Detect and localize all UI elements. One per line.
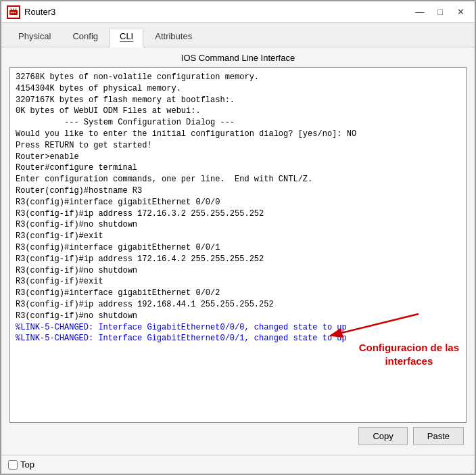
top-label: Top: [20, 459, 34, 470]
terminal-line: R3(config-if)#no shutdown: [16, 219, 460, 231]
title-bar: Router3 — □ ✕: [1, 1, 475, 23]
svg-point-1: [11, 12, 12, 13]
content-area: IOS Command Line Interface 32768K bytes …: [1, 47, 475, 455]
window-title: Router3: [24, 7, 411, 17]
router-icon: [9, 7, 18, 17]
bottom-bar: Top: [1, 455, 475, 474]
top-checkbox-label[interactable]: Top: [8, 459, 34, 470]
window-controls: — □ ✕: [411, 5, 469, 19]
tab-cli[interactable]: CLI: [110, 28, 143, 47]
annotation-text-block: Configuracion de lasinterfaces: [359, 341, 459, 369]
paste-button[interactable]: Paste: [413, 427, 464, 445]
terminal-line: Enter configuration commands, one per li…: [16, 174, 460, 185]
terminal-line: Router>enable: [16, 152, 460, 163]
terminal-line: 3207167K bytes of flash memory at bootfl…: [16, 95, 460, 106]
window-icon: [7, 5, 20, 19]
svg-line-5: [11, 8, 11, 10]
terminal-line: 32768K bytes of non-volatile configurati…: [16, 72, 460, 83]
tab-bar: Physical Config CLI Attributes: [1, 23, 475, 47]
svg-point-2: [13, 12, 14, 13]
terminal-line: R3(config-if)#exit: [16, 231, 460, 242]
terminal-line: R3(config)#interface gigabitEthernet 0/0…: [16, 288, 460, 299]
terminal-line: R3(config-if)#no shutdown: [16, 265, 460, 277]
tab-config[interactable]: Config: [62, 28, 108, 47]
tab-attributes[interactable]: Attributes: [145, 28, 202, 47]
minimize-button[interactable]: —: [411, 5, 429, 19]
terminal-line: 4154304K bytes of physical memory.: [16, 83, 460, 95]
terminal-line: --- System Configuration Dialog ---: [16, 117, 460, 129]
router3-window: Router3 — □ ✕ Physical Config CLI Attrib…: [0, 0, 476, 475]
terminal-line: Router#configure terminal: [16, 162, 460, 174]
terminal-line: R3(config-if)#ip address 172.16.3.2 255.…: [16, 208, 460, 220]
terminal-line: Router(config)#hostname R3: [16, 185, 460, 197]
terminal-line: Would you like to enter the initial conf…: [16, 129, 460, 140]
arrow-container: [310, 307, 459, 341]
maximize-button[interactable]: □: [431, 5, 449, 19]
close-button[interactable]: ✕: [452, 5, 469, 19]
terminal-line: R3(config-if)#ip address 172.16.4.2 255.…: [16, 254, 460, 265]
svg-line-7: [331, 314, 419, 336]
svg-line-6: [16, 8, 16, 10]
terminal-line: R3(config-if)#exit: [16, 276, 460, 288]
annotation-arrow-svg: [310, 307, 459, 341]
section-title: IOS Command Line Interface: [9, 53, 467, 63]
terminal-line: 0K bytes of WebUI ODM Files at webui:.: [16, 106, 460, 117]
tab-physical[interactable]: Physical: [8, 28, 61, 47]
button-row: Copy Paste: [9, 423, 467, 449]
copy-button[interactable]: Copy: [358, 427, 407, 445]
terminal-line: Press RETURN to get started!: [16, 140, 460, 152]
svg-point-3: [15, 12, 16, 13]
terminal-line: R3(config)#interface gigabitEthernet 0/0…: [16, 197, 460, 208]
top-checkbox[interactable]: [8, 460, 18, 470]
annotation-wrap: Configuracion de lasinterfaces: [310, 307, 459, 369]
terminal-line: R3(config)#interface gigabitEthernet 0/0…: [16, 242, 460, 254]
terminal[interactable]: 32768K bytes of non-volatile configurati…: [9, 67, 467, 423]
